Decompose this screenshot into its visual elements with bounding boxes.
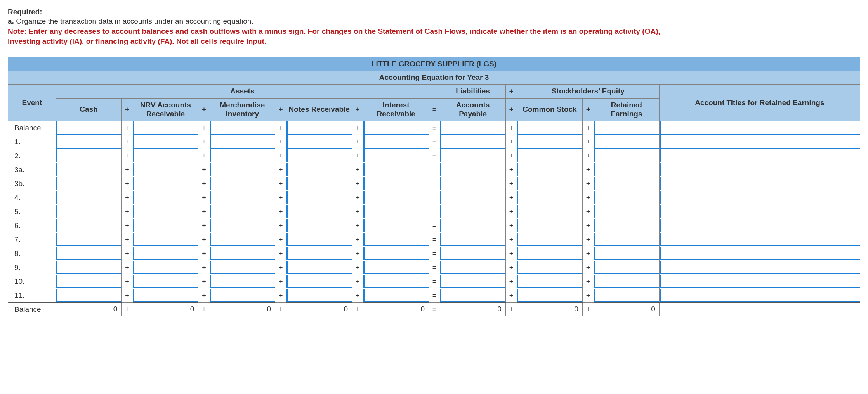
cell-notes-input[interactable] (286, 247, 352, 260)
cell-ap-input[interactable] (440, 135, 505, 149)
cell-cash-input[interactable] (56, 247, 122, 260)
cell-notes-input[interactable] (286, 135, 352, 149)
cell-ap-input[interactable] (440, 149, 505, 162)
cell-interest-input[interactable] (363, 219, 429, 232)
cell-notes-input[interactable] (286, 261, 352, 274)
cell-cs-input[interactable] (517, 121, 582, 135)
cell-account-title-input[interactable] (660, 205, 860, 218)
cell-merch-input[interactable] (210, 219, 275, 232)
cell-cash-input[interactable] (56, 163, 122, 176)
cell-cs-input[interactable] (517, 275, 582, 288)
cell-interest-input[interactable] (363, 233, 429, 246)
cell-notes-input[interactable] (286, 219, 352, 232)
cell-re-input[interactable] (594, 205, 659, 218)
cell-nrv-input[interactable] (133, 275, 198, 288)
cell-interest-input[interactable] (363, 149, 429, 162)
cell-cash-input[interactable] (56, 121, 122, 135)
cell-account-title-input[interactable] (660, 289, 860, 302)
cell-re-input[interactable] (594, 163, 659, 176)
cell-cs-input[interactable] (517, 247, 582, 260)
cell-cs-input[interactable] (517, 219, 582, 232)
cell-account-title-input[interactable] (660, 149, 860, 162)
cell-nrv-input[interactable] (133, 135, 198, 149)
cell-re-input[interactable] (594, 135, 659, 149)
cell-notes-input[interactable] (286, 149, 352, 162)
cell-account-title-input[interactable] (660, 177, 860, 190)
cell-account-title-input[interactable] (660, 219, 860, 232)
cell-merch-input[interactable] (210, 233, 275, 246)
cell-nrv-input[interactable] (133, 163, 198, 176)
cell-ap-input[interactable] (440, 289, 505, 302)
cell-nrv-input[interactable] (133, 191, 198, 204)
cell-nrv-input[interactable] (133, 247, 198, 260)
cell-interest-input[interactable] (363, 177, 429, 190)
cell-ap-input[interactable] (440, 261, 505, 274)
cell-nrv-input[interactable] (133, 289, 198, 302)
cell-merch-input[interactable] (210, 163, 275, 176)
cell-cash-input[interactable] (56, 135, 122, 149)
cell-merch-input[interactable] (210, 247, 275, 260)
cell-cs-input[interactable] (517, 191, 582, 204)
cell-account-title-input[interactable] (660, 247, 860, 260)
cell-cash-input[interactable] (56, 261, 122, 274)
cell-re-input[interactable] (594, 247, 659, 260)
cell-nrv-input[interactable] (133, 219, 198, 232)
cell-merch-input[interactable] (210, 205, 275, 218)
cell-re-input[interactable] (594, 289, 659, 302)
cell-account-title-input[interactable] (660, 163, 860, 176)
cell-re-input[interactable] (594, 275, 659, 288)
cell-account-title-input[interactable] (660, 135, 860, 149)
cell-cs-input[interactable] (517, 205, 582, 218)
cell-interest-input[interactable] (363, 275, 429, 288)
cell-account-title-input[interactable] (660, 191, 860, 204)
cell-cs-input[interactable] (517, 163, 582, 176)
cell-interest-input[interactable] (363, 191, 429, 204)
cell-nrv-input[interactable] (133, 149, 198, 162)
cell-account-title-input[interactable] (660, 121, 860, 135)
cell-cash-input[interactable] (56, 233, 122, 246)
cell-merch-input[interactable] (210, 135, 275, 149)
cell-ap-input[interactable] (440, 163, 505, 176)
cell-cs-input[interactable] (517, 149, 582, 162)
cell-re-input[interactable] (594, 233, 659, 246)
cell-re-input[interactable] (594, 149, 659, 162)
cell-ap-input[interactable] (440, 121, 505, 135)
cell-account-title-input[interactable] (660, 261, 860, 274)
cell-merch-input[interactable] (210, 289, 275, 302)
cell-merch-input[interactable] (210, 275, 275, 288)
cell-cs-input[interactable] (517, 233, 582, 246)
cell-re-input[interactable] (594, 219, 659, 232)
cell-cash-input[interactable] (56, 275, 122, 288)
cell-interest-input[interactable] (363, 261, 429, 274)
cell-nrv-input[interactable] (133, 177, 198, 190)
cell-cs-input[interactable] (517, 289, 582, 302)
cell-cs-input[interactable] (517, 261, 582, 274)
cell-notes-input[interactable] (286, 121, 352, 135)
cell-ap-input[interactable] (440, 247, 505, 260)
cell-notes-input[interactable] (286, 163, 352, 176)
cell-interest-input[interactable] (363, 289, 429, 302)
cell-re-input[interactable] (594, 121, 659, 135)
cell-cs-input[interactable] (517, 177, 582, 190)
cell-account-title-input[interactable] (660, 233, 860, 246)
cell-re-input[interactable] (594, 177, 659, 190)
cell-cash-input[interactable] (56, 219, 122, 232)
cell-cs-input[interactable] (517, 135, 582, 149)
cell-notes-input[interactable] (286, 177, 352, 190)
cell-notes-input[interactable] (286, 205, 352, 218)
cell-nrv-input[interactable] (133, 233, 198, 246)
cell-notes-input[interactable] (286, 191, 352, 204)
cell-ap-input[interactable] (440, 219, 505, 232)
cell-nrv-input[interactable] (133, 121, 198, 135)
cell-notes-input[interactable] (286, 275, 352, 288)
cell-ap-input[interactable] (440, 177, 505, 190)
cell-cash-input[interactable] (56, 149, 122, 162)
cell-interest-input[interactable] (363, 247, 429, 260)
cell-ap-input[interactable] (440, 275, 505, 288)
cell-cash-input[interactable] (56, 191, 122, 204)
cell-merch-input[interactable] (210, 177, 275, 190)
cell-merch-input[interactable] (210, 121, 275, 135)
cell-ap-input[interactable] (440, 233, 505, 246)
cell-merch-input[interactable] (210, 149, 275, 162)
cell-cash-input[interactable] (56, 289, 122, 302)
